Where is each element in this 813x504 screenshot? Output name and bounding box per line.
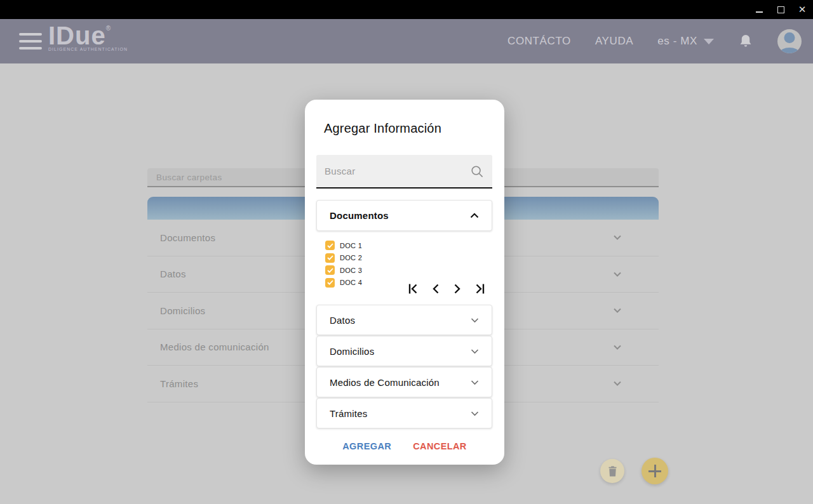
next-page-icon xyxy=(454,283,462,295)
chevron-down-icon xyxy=(469,346,480,357)
previous-page-icon xyxy=(431,283,440,295)
first-page-icon xyxy=(408,283,419,295)
last-page-button[interactable] xyxy=(474,283,485,295)
doc-checkbox-row[interactable]: DOC 1 xyxy=(325,241,362,250)
first-page-button[interactable] xyxy=(407,283,419,295)
search-icon[interactable] xyxy=(471,165,483,178)
chevron-down-icon xyxy=(469,377,480,388)
cancelar-button[interactable]: CANCELAR xyxy=(413,441,467,451)
dialog-search xyxy=(316,155,492,189)
checkbox-checked-icon xyxy=(325,265,335,275)
checkbox-checked-icon xyxy=(325,253,335,263)
chevron-up-icon xyxy=(469,210,480,222)
agregar-informacion-dialog: Agregar Información Documentos DOC 1 DOC… xyxy=(305,100,504,465)
next-page-button[interactable] xyxy=(452,283,463,295)
pagination xyxy=(407,283,485,295)
doc-checkbox-row[interactable]: DOC 3 xyxy=(325,265,362,275)
doc-checkbox-row[interactable]: DOC 2 xyxy=(325,253,362,263)
dialog-actions: AGREGAR CANCELAR xyxy=(305,441,504,451)
dialog-title: Agregar Información xyxy=(324,121,441,136)
previous-page-button[interactable] xyxy=(429,283,441,295)
section-medios-header[interactable]: Medios de Comunicación xyxy=(316,367,492,397)
checkbox-checked-icon xyxy=(325,278,335,288)
search-input[interactable] xyxy=(316,155,492,189)
last-page-icon xyxy=(474,283,485,295)
section-domicilios-header[interactable]: Domicilios xyxy=(316,336,492,366)
section-tramites-header[interactable]: Trámites xyxy=(316,398,492,428)
checkbox-checked-icon xyxy=(325,241,335,250)
agregar-button[interactable]: AGREGAR xyxy=(342,441,391,451)
documents-checklist: DOC 1 DOC 2 DOC 3 DOC 4 xyxy=(325,241,362,288)
chevron-down-icon xyxy=(469,315,480,326)
chevron-down-icon xyxy=(469,408,480,419)
section-datos-header[interactable]: Datos xyxy=(316,305,492,335)
doc-checkbox-row[interactable]: DOC 4 xyxy=(325,278,362,288)
section-documentos-header[interactable]: Documentos xyxy=(316,200,492,231)
